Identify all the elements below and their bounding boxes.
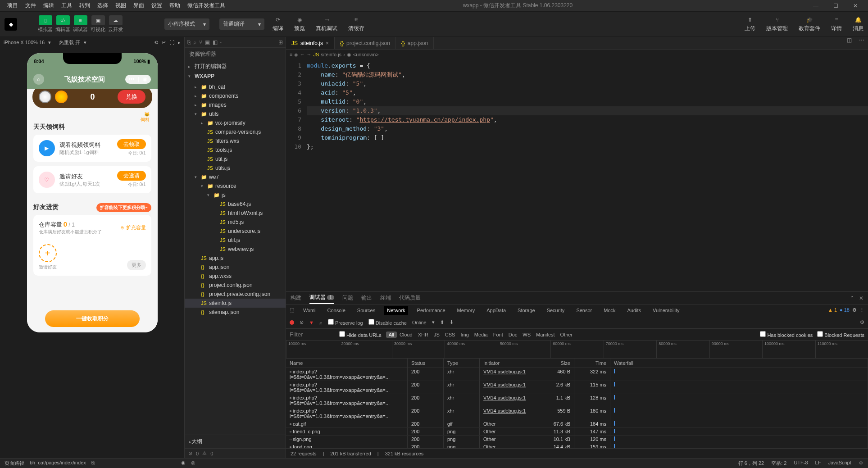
filter-pill-manifest[interactable]: Manifest bbox=[533, 332, 558, 338]
bookmark-icon[interactable]: ◈ bbox=[294, 52, 298, 58]
maximize-panel-icon[interactable]: ⌃ bbox=[850, 295, 854, 301]
indent-setting[interactable]: 空格: 2 bbox=[771, 460, 786, 467]
tree-sitemap-json[interactable]: {}sitemap.json bbox=[185, 308, 286, 317]
network-row[interactable]: ▫ friend_c.png200pngOther11.3 kB147 ms bbox=[286, 428, 868, 436]
tree-util-js[interactable]: JSutil.js bbox=[185, 154, 286, 164]
close-tab-icon[interactable]: × bbox=[326, 40, 329, 46]
filter-pill-other[interactable]: Other bbox=[558, 332, 576, 338]
open-editors-section[interactable]: ▸打开的编辑器 bbox=[185, 61, 286, 72]
network-row[interactable]: ▫ index.php?i=5&t=0&v=1.0.3&from=wxapp&c… bbox=[286, 407, 868, 420]
tree-app-js[interactable]: JSapp.js bbox=[185, 254, 286, 263]
tab-debugger[interactable]: 调试器 1 bbox=[309, 292, 334, 304]
dt-storage[interactable]: Storage bbox=[515, 306, 538, 315]
eol[interactable]: LF bbox=[815, 460, 821, 467]
upload-har-icon[interactable]: ⬆ bbox=[440, 319, 444, 325]
blocked-requests-checkbox[interactable]: Blocked Requests bbox=[817, 331, 864, 338]
code-editor[interactable]: 12345678910 module.exports = { name: "亿码… bbox=[286, 59, 868, 291]
tree-utils[interactable]: ▾📁utils bbox=[185, 109, 286, 118]
branch-icon[interactable]: ⑂ bbox=[199, 39, 202, 45]
clear-cache-button[interactable]: ≋清缓存 bbox=[348, 16, 364, 32]
editor-button[interactable]: ‹/›编辑器 bbox=[55, 15, 70, 33]
network-row[interactable]: ▫ index.php?i=5&t=0&v=1.0.3&from=wxapp&c… bbox=[286, 394, 868, 407]
filter-pill-js[interactable]: JS bbox=[431, 332, 442, 338]
col-initiator[interactable]: Initiator bbox=[480, 359, 538, 368]
col-type[interactable]: Type bbox=[444, 359, 480, 368]
new-file-icon[interactable]: ⊞ bbox=[278, 39, 283, 45]
menu-interface[interactable]: 界面 bbox=[130, 2, 148, 9]
simulator-button[interactable]: ▯模拟器 bbox=[38, 15, 53, 33]
tree-md5-js[interactable]: JSmd5.js bbox=[185, 218, 286, 227]
outline-section[interactable]: ▸大纲 bbox=[185, 435, 286, 448]
list-icon[interactable]: ≡ bbox=[290, 52, 292, 57]
collect-points-button[interactable]: 一键收取积分 bbox=[45, 310, 140, 327]
debugger-button[interactable]: ≡调试器 bbox=[73, 15, 88, 33]
dt-vulnerability[interactable]: Vulnerability bbox=[650, 306, 682, 315]
preview-button[interactable]: ◉预览 bbox=[294, 16, 305, 32]
throttle-dropdown[interactable]: Online bbox=[412, 320, 427, 325]
tree-htmlToWxml-js[interactable]: JShtmlToWxml.js bbox=[185, 209, 286, 218]
disable-cache-checkbox[interactable]: Disable cache bbox=[368, 319, 407, 326]
cloud-button[interactable]: ☁云开发 bbox=[108, 15, 123, 33]
app-icon[interactable]: ◧ bbox=[213, 39, 218, 45]
remote-debug-button[interactable]: ▭真机调试 bbox=[316, 16, 337, 32]
download-har-icon[interactable]: ⬇ bbox=[450, 319, 454, 325]
inspect-icon[interactable]: ⬚ bbox=[290, 307, 294, 313]
tab-terminal[interactable]: 终端 bbox=[380, 292, 391, 304]
network-row[interactable]: ▫ food.png200pngOther14.4 kB159 ms bbox=[286, 443, 868, 448]
filter-pill-ws[interactable]: WS bbox=[520, 332, 533, 338]
collapse-icon[interactable]: ▸ bbox=[178, 40, 181, 45]
dt-audits[interactable]: Audits bbox=[625, 306, 644, 315]
dt-network[interactable]: Network bbox=[384, 306, 408, 315]
clear-icon[interactable]: ⊘ bbox=[300, 319, 304, 325]
dt-performance[interactable]: Performance bbox=[414, 306, 448, 315]
filter-pill-media[interactable]: Media bbox=[472, 332, 491, 338]
more-icon[interactable]: ⋯ bbox=[855, 37, 868, 49]
tree-project-private-config-json[interactable]: {}project.private.config.json bbox=[185, 290, 286, 299]
exchange-button[interactable]: 兑换 bbox=[118, 90, 145, 104]
eye-icon[interactable]: ◉ bbox=[181, 460, 186, 467]
tree-compare-version-js[interactable]: JScompare-version.js bbox=[185, 127, 286, 136]
blocked-cookies-checkbox[interactable]: Has blocked cookies bbox=[760, 331, 813, 338]
cube-icon[interactable]: ▫ bbox=[220, 39, 222, 45]
filter-pill-xhr[interactable]: XHR bbox=[415, 332, 431, 338]
maximize-icon[interactable]: ☐ bbox=[827, 0, 845, 12]
close-icon[interactable]: ✕ bbox=[846, 0, 864, 12]
promo-badge[interactable]: 扩容能装下更多积分哦~ bbox=[96, 203, 151, 212]
filter-icon[interactable]: ▼ bbox=[309, 320, 314, 325]
network-row[interactable]: ▫ index.php?i=5&t=0&v=1.0.3&from=wxapp&c… bbox=[286, 368, 868, 381]
settings-icon[interactable]: ⚙ bbox=[860, 319, 864, 325]
col-status[interactable]: Status bbox=[408, 359, 444, 368]
explorer-icon[interactable]: ⎘ bbox=[187, 39, 191, 45]
filter-pill-all[interactable]: All bbox=[386, 332, 397, 338]
menu-goto[interactable]: 转到 bbox=[76, 2, 94, 9]
menu-select[interactable]: 选择 bbox=[94, 2, 112, 9]
filter-input[interactable] bbox=[290, 331, 335, 338]
menu-project[interactable]: 项目 bbox=[4, 2, 22, 9]
dt-memory[interactable]: Memory bbox=[454, 306, 478, 315]
menu-file[interactable]: 文件 bbox=[22, 2, 40, 9]
tree-resource[interactable]: ▾📁resource bbox=[185, 182, 286, 191]
tab-output[interactable]: 输出 bbox=[361, 292, 372, 304]
dt-sources[interactable]: Sources bbox=[354, 306, 378, 315]
page-path[interactable]: bh_cat/pages/index/index bbox=[30, 460, 86, 467]
tree-base64-js[interactable]: JSbase64.js bbox=[185, 200, 286, 209]
menu-edit[interactable]: 编辑 bbox=[40, 2, 58, 9]
education-button[interactable]: 🎓教育套件 bbox=[799, 16, 820, 32]
network-row[interactable]: ▫ sign.png200pngOther10.1 kB120 ms bbox=[286, 436, 868, 443]
minimize-icon[interactable]: — bbox=[807, 0, 825, 12]
network-timeline[interactable]: 10000 ms20000 ms30000 ms40000 ms50000 ms… bbox=[286, 341, 868, 359]
col-waterfall[interactable]: Waterfall bbox=[610, 359, 868, 368]
mode-dropdown[interactable]: 小程序模式▾ bbox=[164, 18, 209, 30]
feedback-icon[interactable]: ☺ bbox=[859, 460, 863, 467]
menu-help[interactable]: 帮助 bbox=[166, 2, 184, 9]
menu-tools[interactable]: 工具 bbox=[58, 2, 76, 9]
ext-icon[interactable]: ▣ bbox=[205, 39, 210, 45]
invite-button[interactable]: 去邀请 bbox=[117, 171, 146, 181]
compile-button[interactable]: ⟳编译 bbox=[273, 16, 283, 32]
dt-appdata[interactable]: AppData bbox=[484, 306, 509, 315]
search-icon[interactable]: ⌕ bbox=[193, 39, 196, 45]
expand-storage-button[interactable]: ⊕ 扩充容量 bbox=[120, 224, 145, 231]
dt-console[interactable]: Console bbox=[325, 306, 348, 315]
cursor-position[interactable]: 行 6，列 22 bbox=[738, 460, 764, 467]
gear-icon[interactable]: ⚙ bbox=[852, 307, 857, 313]
